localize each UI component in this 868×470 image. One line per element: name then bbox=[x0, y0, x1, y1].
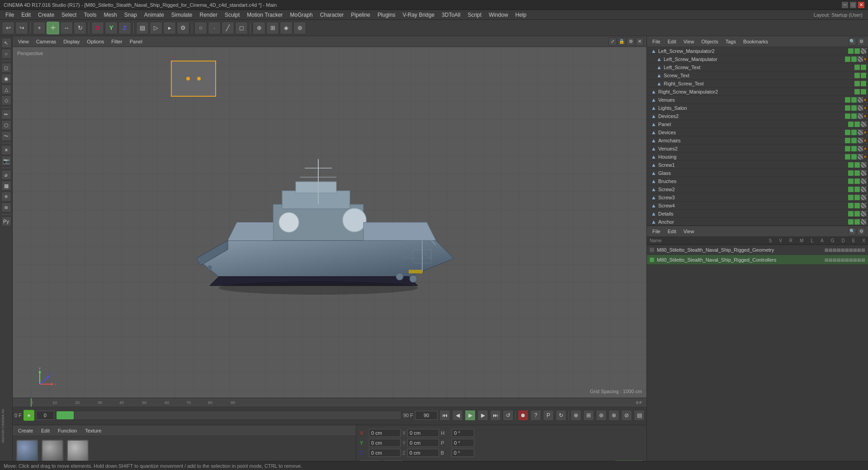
python-tool[interactable]: Py bbox=[1, 216, 11, 226]
flag-render-screw2[interactable] bbox=[854, 187, 860, 192]
mat-menu-function[interactable]: Function bbox=[55, 427, 80, 434]
flag-render-glass[interactable] bbox=[854, 170, 860, 176]
pointer-tool[interactable]: ↖ bbox=[1, 38, 11, 48]
flag-render-screw1[interactable] bbox=[854, 162, 860, 168]
particle-tool[interactable]: ✳ bbox=[1, 192, 11, 202]
flag-mat-panel[interactable] bbox=[861, 122, 866, 127]
obj-menu-view[interactable]: View bbox=[681, 38, 697, 45]
flag-vis-venues[interactable] bbox=[845, 97, 850, 103]
menu-render[interactable]: Render bbox=[196, 11, 221, 19]
scale-button[interactable]: ↔ bbox=[60, 22, 73, 34]
render-settings-button[interactable]: ⚙ bbox=[177, 22, 189, 34]
z-position-input-2[interactable] bbox=[407, 449, 439, 457]
vp-menu-view[interactable]: View bbox=[15, 38, 32, 45]
mat-menu-create[interactable]: Create bbox=[15, 427, 36, 434]
obj-row-lights-salon[interactable]: ▲ Lights_Salon • bbox=[647, 104, 868, 112]
y-position-input[interactable] bbox=[369, 439, 401, 447]
flag-render-panel[interactable] bbox=[854, 122, 860, 127]
flag-vis-bruches[interactable] bbox=[848, 179, 854, 184]
prop-search-btn[interactable]: 🔍 bbox=[848, 227, 856, 235]
flag-render-venues2[interactable] bbox=[851, 146, 857, 151]
render-view-button[interactable]: ▷ bbox=[150, 22, 162, 34]
vp-maximize-btn[interactable]: ⤢ bbox=[609, 38, 617, 46]
prop-settings-btn[interactable]: ⚙ bbox=[857, 227, 865, 235]
x-position-input[interactable] bbox=[369, 429, 401, 437]
snap-button[interactable]: ⊕ bbox=[253, 22, 265, 34]
obj-menu-edit[interactable]: Edit bbox=[665, 38, 679, 45]
flag-mat-venues2[interactable] bbox=[858, 146, 863, 151]
prop-menu-view[interactable]: View bbox=[681, 228, 697, 235]
x-axis-button[interactable]: X bbox=[91, 22, 104, 34]
obj-row-glass[interactable]: ▲ Glass bbox=[647, 169, 868, 177]
flag-vis-venues2[interactable] bbox=[845, 146, 850, 151]
flag-render-screw4[interactable] bbox=[854, 203, 860, 208]
z-position-input[interactable] bbox=[369, 449, 401, 457]
flag-mat-glass[interactable] bbox=[861, 170, 866, 176]
menu-simulate[interactable]: Simulate bbox=[168, 11, 196, 19]
obj-row-left-screw-text[interactable]: ▲ Left_Screw_Text bbox=[647, 63, 868, 71]
timeline-slider[interactable] bbox=[56, 411, 401, 420]
obj-menu-file[interactable]: File bbox=[650, 38, 663, 45]
flag-mat-lights[interactable] bbox=[858, 105, 863, 111]
flag-render-st[interactable] bbox=[861, 73, 866, 78]
flag-render-rst[interactable] bbox=[861, 81, 866, 86]
mograph-tool[interactable]: ▦ bbox=[1, 181, 11, 191]
obj-row-left-screw-manipulator[interactable]: ▲ Left_Screw_Manipulator • bbox=[647, 55, 868, 63]
flag-mat-bruches[interactable] bbox=[861, 179, 866, 184]
undo-button[interactable]: ↩ bbox=[2, 22, 14, 34]
menu-snap[interactable]: Snap bbox=[121, 11, 141, 19]
flag-mat-anchor[interactable] bbox=[861, 219, 866, 225]
obj-menu-objects[interactable]: Objects bbox=[698, 38, 721, 45]
viewport[interactable]: Perspective bbox=[13, 47, 646, 398]
tl-scale-key[interactable]: ⊞ bbox=[583, 410, 594, 421]
menu-script[interactable]: Script bbox=[464, 11, 485, 19]
flag-vis-rst[interactable] bbox=[854, 81, 860, 86]
flag-vis-lsm2[interactable] bbox=[848, 48, 854, 54]
vp-close-btn[interactable]: ✕ bbox=[636, 38, 644, 46]
obj-row-details[interactable]: ▲ Details bbox=[647, 210, 868, 218]
menu-sculpt[interactable]: Sculpt bbox=[221, 11, 243, 19]
menu-mesh[interactable]: Mesh bbox=[100, 11, 120, 19]
obj-row-anchor[interactable]: ▲ Anchor bbox=[647, 218, 868, 226]
flag-mat-devices[interactable] bbox=[858, 130, 863, 135]
obj-search-btn[interactable]: 🔍 bbox=[848, 38, 856, 46]
object-tool[interactable]: ○ bbox=[1, 49, 11, 59]
edge-snap-button[interactable]: ⊛ bbox=[293, 22, 306, 34]
minimize-button[interactable]: ─ bbox=[842, 2, 848, 8]
tl-next-frame[interactable]: ▶ bbox=[477, 410, 488, 421]
b-angle-input[interactable] bbox=[452, 449, 474, 457]
tl-all-key[interactable]: ▤ bbox=[634, 410, 645, 421]
flag-render-lights[interactable] bbox=[851, 105, 857, 111]
obj-row-screw2[interactable]: ▲ Screw2 bbox=[647, 185, 868, 193]
maximize-button[interactable]: □ bbox=[850, 2, 856, 8]
tl-prev-key[interactable]: ⏮ bbox=[439, 410, 450, 421]
flag-vis-devices2[interactable] bbox=[845, 113, 850, 119]
deform-tool[interactable]: ⌀ bbox=[1, 170, 11, 180]
obj-row-screw4[interactable]: ▲ Screw4 bbox=[647, 202, 868, 210]
vp-menu-options[interactable]: Options bbox=[84, 38, 107, 45]
flag-vis-anchor[interactable] bbox=[848, 219, 854, 225]
flag-mat-screw4[interactable] bbox=[861, 203, 866, 208]
flag-vis-lst[interactable] bbox=[854, 65, 860, 70]
cone-tool[interactable]: △ bbox=[1, 85, 11, 94]
flag-vis-lsm[interactable] bbox=[845, 56, 850, 62]
flag-vis-panel[interactable] bbox=[848, 122, 854, 127]
camera-tool[interactable]: 📷 bbox=[1, 156, 11, 166]
nurbs-tool[interactable]: ◇ bbox=[1, 95, 11, 105]
flag-vis-glass[interactable] bbox=[848, 170, 854, 176]
end-frame-input[interactable] bbox=[415, 411, 438, 420]
mat-menu-edit[interactable]: Edit bbox=[38, 427, 52, 434]
flag-mat-venues[interactable] bbox=[858, 97, 863, 103]
flag-render-venues[interactable] bbox=[851, 97, 857, 103]
prop-row-geometry[interactable]: M80_Stiletto_Stealth_Naval_Ship_Rigged_G… bbox=[647, 245, 868, 255]
light-tool[interactable]: ☀ bbox=[1, 145, 11, 155]
flag-render-devices[interactable] bbox=[851, 130, 857, 135]
flag-vis-rsm2[interactable] bbox=[854, 89, 860, 94]
vp-lock-btn[interactable]: 🔒 bbox=[618, 38, 626, 46]
flag-render-armchairs[interactable] bbox=[851, 138, 857, 143]
flag-vis-details[interactable] bbox=[848, 211, 854, 216]
obj-row-bruches[interactable]: ▲ Bruches bbox=[647, 177, 868, 185]
flag-render-anchor[interactable] bbox=[854, 219, 860, 225]
obj-row-right-screw-text[interactable]: ▲ Right_Screw_Text bbox=[647, 80, 868, 88]
vp-menu-display[interactable]: Display bbox=[61, 38, 82, 45]
